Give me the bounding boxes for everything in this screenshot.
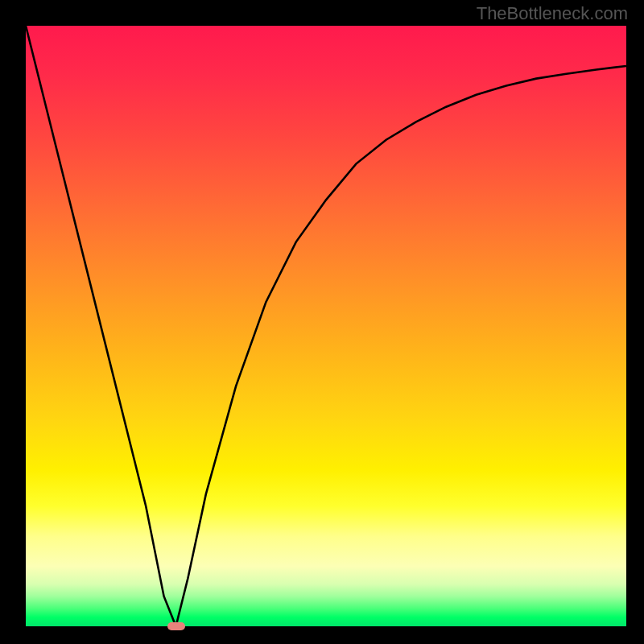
chart-curve (26, 26, 626, 626)
chart-plot-area (26, 26, 626, 626)
minimum-marker (167, 622, 185, 630)
watermark-text: TheBottleneck.com (477, 3, 628, 24)
